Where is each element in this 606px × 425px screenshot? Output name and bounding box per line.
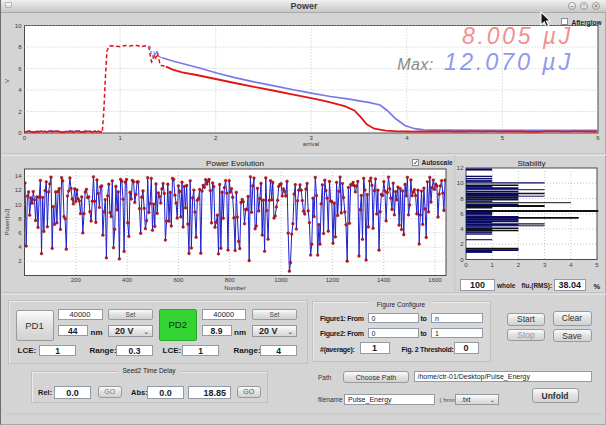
svg-text:14: 14 <box>15 173 22 179</box>
svg-text:Power[uJ]: Power[uJ] <box>4 208 10 235</box>
svg-text:1000: 1000 <box>274 277 288 283</box>
svg-text:0: 0 <box>18 130 22 136</box>
svg-text:10: 10 <box>15 202 22 208</box>
svg-text:2: 2 <box>18 258 22 264</box>
svg-text:1: 1 <box>118 135 122 141</box>
svg-text:12: 12 <box>457 165 464 171</box>
svg-text:4: 4 <box>405 135 409 141</box>
svg-text:4: 4 <box>569 262 573 268</box>
svg-text:0: 0 <box>23 135 27 141</box>
svg-text:6: 6 <box>596 135 600 141</box>
svg-text:1400: 1400 <box>377 277 391 283</box>
svg-text:0: 0 <box>464 262 468 268</box>
svg-text:600: 600 <box>173 277 184 283</box>
svg-text:arrival: arrival <box>303 141 319 147</box>
svg-text:5: 5 <box>595 262 599 268</box>
svg-text:6: 6 <box>18 66 22 72</box>
svg-text:8: 8 <box>460 196 464 202</box>
svg-text:12.070 µJ: 12.070 µJ <box>444 49 573 75</box>
svg-text:Number: Number <box>224 285 245 291</box>
svg-text:10: 10 <box>457 180 464 186</box>
svg-text:1600: 1600 <box>428 277 442 283</box>
svg-text:Stability: Stability <box>517 159 545 168</box>
svg-text:4: 4 <box>18 87 22 93</box>
svg-text:2: 2 <box>460 241 464 247</box>
svg-text:5: 5 <box>501 135 505 141</box>
svg-text:8: 8 <box>18 216 22 222</box>
svg-text:8: 8 <box>18 44 22 50</box>
svg-text:6: 6 <box>18 230 22 236</box>
svg-text:10: 10 <box>15 23 22 29</box>
svg-text:2: 2 <box>18 109 22 115</box>
svg-text:2: 2 <box>214 135 218 141</box>
svg-text:V: V <box>4 79 10 83</box>
svg-text:3: 3 <box>543 262 547 268</box>
svg-text:1200: 1200 <box>326 277 340 283</box>
svg-text:200: 200 <box>71 277 82 283</box>
svg-text:6: 6 <box>460 211 464 217</box>
svg-text:2: 2 <box>517 262 521 268</box>
svg-text:Max:: Max: <box>397 56 433 73</box>
svg-text:12: 12 <box>15 187 22 193</box>
svg-text:400: 400 <box>122 277 133 283</box>
svg-text:4: 4 <box>18 244 22 250</box>
svg-text:8.005 µJ: 8.005 µJ <box>462 23 573 49</box>
svg-text:1: 1 <box>491 262 495 268</box>
svg-text:Power Evolution: Power Evolution <box>206 159 264 168</box>
svg-text:800: 800 <box>225 277 236 283</box>
svg-text:4: 4 <box>460 226 464 232</box>
